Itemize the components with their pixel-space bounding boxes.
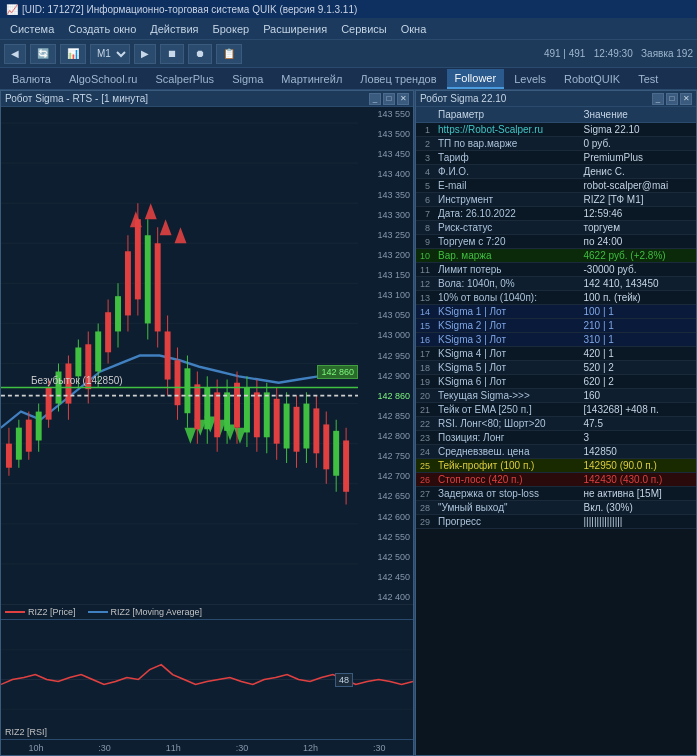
row-param-12: Вола: 1040п, 0% [434, 277, 579, 291]
rsi-badge: 48 [335, 673, 353, 687]
title-bar: 📈 [UID: 171272] Информационно-торговая с… [0, 0, 697, 18]
menu-actions[interactable]: Действия [144, 21, 204, 37]
data-close-btn[interactable]: ✕ [680, 93, 692, 105]
tab-sigma[interactable]: Sigma [224, 69, 271, 89]
data-row-25: 25Тейк-профит (100 п.)142950 (90.0 п.) [416, 459, 696, 473]
toolbar-btn-2[interactable]: 🔄 [30, 44, 56, 64]
svg-rect-13 [6, 444, 12, 468]
toolbar-btn-6[interactable]: ⏺ [188, 44, 212, 64]
tab-scalperplus[interactable]: ScalperPlus [147, 69, 222, 89]
tab-follower[interactable]: Follower [447, 69, 505, 89]
menu-sistema[interactable]: Система [4, 21, 60, 37]
data-minimize-btn[interactable]: _ [652, 93, 664, 105]
row-num-4: 4 [416, 165, 434, 179]
row-param-27: Задержка от stop-loss [434, 487, 579, 501]
row-value-3: PremiumPlus [579, 151, 696, 165]
row-num-24: 24 [416, 445, 434, 459]
svg-rect-85 [313, 408, 319, 453]
toolbar-btn-1[interactable]: ◀ [4, 44, 26, 64]
menu-extensions[interactable]: Расширения [257, 21, 333, 37]
row-value-13: 100 п. (тейк) [579, 291, 696, 305]
row-num-12: 12 [416, 277, 434, 291]
title-text: [UID: 171272] Информационно-торговая сис… [22, 4, 357, 15]
close-btn[interactable]: ✕ [397, 93, 409, 105]
maximize-btn[interactable]: □ [383, 93, 395, 105]
tab-test[interactable]: Test [630, 69, 666, 89]
svg-rect-41 [145, 235, 151, 323]
row-num-9: 9 [416, 235, 434, 249]
svg-marker-45 [145, 203, 157, 219]
toolbar-btn-7[interactable]: 📋 [216, 44, 242, 64]
tab-martingeil[interactable]: Мартингейл [273, 69, 350, 89]
timeframe-select[interactable]: M1 [90, 44, 130, 64]
svg-rect-15 [16, 428, 22, 460]
data-row-9: 9Торгуем с 7:20по 24:00 [416, 235, 696, 249]
menu-services[interactable]: Сервисы [335, 21, 393, 37]
row-num-23: 23 [416, 431, 434, 445]
data-row-13: 1310% от волы (1040п):100 п. (тейк) [416, 291, 696, 305]
row-num-14: 14 [416, 305, 434, 319]
right-panel: Робот Sigma 22.10 _ □ ✕ Параметр Значени… [415, 90, 697, 756]
row-param-8: Риск-статус [434, 221, 579, 235]
data-table-scroll[interactable]: Параметр Значение 1https://Robot-Scalper… [416, 107, 696, 755]
row-num-6: 6 [416, 193, 434, 207]
row-param-4: Ф.И.О. [434, 165, 579, 179]
col-num [416, 107, 434, 123]
tab-levels[interactable]: Levels [506, 69, 554, 89]
menu-broker[interactable]: Брокер [207, 21, 256, 37]
svg-rect-17 [26, 420, 32, 452]
data-row-10: 10Вар. маржа4622 руб. (+2.8%) [416, 249, 696, 263]
data-row-6: 6ИнструментRIZ2 [ТФ M1] [416, 193, 696, 207]
data-row-15: 15KSigma 2 | Лот210 | 1 [416, 319, 696, 333]
svg-rect-63 [204, 388, 210, 430]
data-row-19: 19KSigma 6 | Лот620 | 2 [416, 375, 696, 389]
tab-lovets[interactable]: Ловец трендов [352, 69, 444, 89]
row-num-19: 19 [416, 375, 434, 389]
minimize-btn[interactable]: _ [369, 93, 381, 105]
menu-bar: Система Создать окно Действия Брокер Рас… [0, 18, 697, 40]
data-row-22: 22RSI. Лонг<80; Шорт>2047.5 [416, 417, 696, 431]
tab-valyuta[interactable]: Валюта [4, 69, 59, 89]
row-num-29: 29 [416, 515, 434, 529]
data-row-26: 26Стоп-лосс (420 п.)142430 (430.0 п.) [416, 473, 696, 487]
data-row-21: 21Тейк от EMA [250 п.][143268] +408 п. [416, 403, 696, 417]
toolbar-btn-4[interactable]: ▶ [134, 44, 156, 64]
menu-create-window[interactable]: Создать окно [62, 21, 142, 37]
row-param-16: KSigma 3 | Лот [434, 333, 579, 347]
chart-title-bar: Робот Sigma - RTS - [1 минута] _ □ ✕ [1, 91, 413, 107]
row-num-27: 27 [416, 487, 434, 501]
data-row-11: 11Лимит потерь-30000 руб. [416, 263, 696, 277]
row-param-15: KSigma 2 | Лот [434, 319, 579, 333]
data-table-title-bar: Робот Sigma 22.10 _ □ ✕ [416, 91, 696, 107]
row-num-25: 25 [416, 459, 434, 473]
row-param-1: https://Robot-Scalper.ru [434, 123, 579, 137]
row-num-20: 20 [416, 389, 434, 403]
row-num-26: 26 [416, 473, 434, 487]
toolbar-btn-5[interactable]: ⏹ [160, 44, 184, 64]
row-param-29: Прогресс [434, 515, 579, 529]
svg-rect-33 [105, 312, 111, 352]
row-param-28: "Умный выход" [434, 501, 579, 515]
row-param-14: KSigma 1 | Лот [434, 305, 579, 319]
data-row-5: 5E-mailrobot-scalper@mai [416, 179, 696, 193]
data-row-4: 4Ф.И.О.Денис С. [416, 165, 696, 179]
rsi-legend: RIZ2 [RSI] [1, 725, 51, 739]
row-num-11: 11 [416, 263, 434, 277]
data-row-14: 14KSigma 1 | Лот100 | 1 [416, 305, 696, 319]
toolbar-btn-3[interactable]: 📊 [60, 44, 86, 64]
svg-rect-39 [135, 219, 141, 299]
data-row-16: 16KSigma 3 | Лот310 | 1 [416, 333, 696, 347]
row-param-18: KSigma 5 | Лот [434, 361, 579, 375]
svg-rect-27 [75, 347, 81, 376]
data-maximize-btn[interactable]: □ [666, 93, 678, 105]
price-chart-area[interactable]: 143 550 143 500 143 450 143 400 143 350 … [1, 107, 413, 604]
chart-title: Робот Sigma - RTS - [1 минута] [5, 93, 148, 104]
tab-algoschool[interactable]: AlgoSchool.ru [61, 69, 146, 89]
row-num-5: 5 [416, 179, 434, 193]
menu-windows[interactable]: Окна [395, 21, 433, 37]
rsi-chart-area[interactable]: 48 RIZ2 [RSI] [1, 619, 413, 739]
tab-robotquik[interactable]: RobotQUIK [556, 69, 628, 89]
svg-rect-69 [234, 383, 240, 428]
row-value-11: -30000 руб. [579, 263, 696, 277]
toolbar-info: 491 | 491 12:49:30 Заявка 192 [544, 48, 693, 59]
